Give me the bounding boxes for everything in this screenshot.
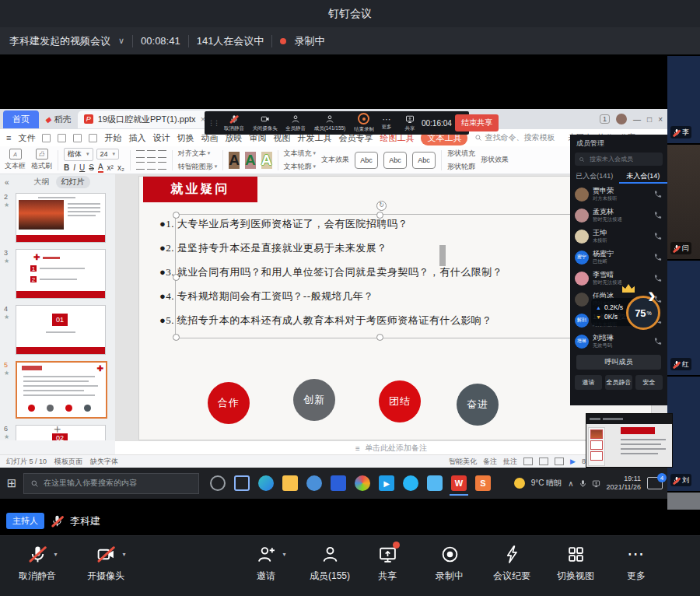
participant-video-tile[interactable]: 红 <box>667 261 700 375</box>
security-button[interactable]: 安全 <box>635 375 663 390</box>
camera-on-button[interactable]: ▾ 开摄像头 <box>75 544 137 583</box>
tab-not-joined[interactable]: 未入会(14) <box>619 169 668 184</box>
app-icon-s[interactable]: S <box>475 475 491 491</box>
invite-button[interactable]: ▾ 邀请 <box>235 544 297 583</box>
more-button[interactable]: ⋯ 更多 <box>605 544 667 583</box>
edge-icon[interactable] <box>258 475 274 491</box>
print-icon[interactable] <box>58 134 66 142</box>
slide-thumb-3[interactable]: 3 ★ ✚ 1 2 <box>16 249 110 299</box>
ribbon-search[interactable]: 查找命令、搜索模板 <box>474 132 555 143</box>
recording-button[interactable]: 录制中 <box>418 544 481 583</box>
slide-bullet-list[interactable]: ●1. 大专毕业后考到医师资格证了，会有医院招聘吗？ ●2. 是坚持专升本还是直… <box>159 217 626 338</box>
tab-joined[interactable]: 已入会(141) <box>570 169 619 184</box>
tray-mic-icon[interactable] <box>579 479 587 488</box>
mute-all-button[interactable]: 全员静音 <box>605 375 632 390</box>
float-members-button[interactable]: 成员(141/155) <box>310 114 350 132</box>
caret-icon[interactable]: ▾ <box>122 551 125 558</box>
text-outline-menu[interactable]: 文本轮廓 ▾ <box>284 162 317 172</box>
chevron-down-icon[interactable]: ∨ <box>118 36 124 46</box>
view-normal-icon[interactable] <box>523 458 533 465</box>
tray-expand-icon[interactable]: ∧ <box>568 479 573 488</box>
template-page-label[interactable]: 模板页面 <box>54 457 82 467</box>
switch-view-button[interactable]: 切换视图 <box>544 544 607 583</box>
format-painter-tool[interactable]: 凸 格式刷 <box>31 149 52 171</box>
menu-file[interactable]: 文件 <box>18 132 35 144</box>
align-buttons[interactable] <box>136 162 166 170</box>
italic-button[interactable]: I <box>73 163 75 172</box>
end-share-button[interactable]: 结束共享 <box>455 114 499 131</box>
slide-thumb-5-selected[interactable]: 5 ★ ✚ <box>16 361 110 419</box>
drag-handle-icon[interactable]: ⋮⋮ <box>208 119 219 127</box>
outline-tab[interactable]: 大纲 <box>34 177 50 188</box>
phone-icon[interactable] <box>653 232 663 240</box>
caret-icon[interactable]: ▾ <box>54 551 57 558</box>
text-effect-menu[interactable]: 文本效果 <box>321 155 349 165</box>
add-slide-button[interactable]: ＋ <box>51 422 63 436</box>
member-search-box[interactable] <box>575 153 663 166</box>
text-style-preset-1[interactable]: Abc <box>355 152 378 169</box>
font-color-button[interactable]: A <box>98 163 103 173</box>
ribbon-tab-insert[interactable]: 插入 <box>128 132 145 144</box>
hamburger-icon[interactable]: ≡ <box>6 133 11 142</box>
wps-docer-tab[interactable]: ◆ 稻壳 <box>39 110 78 128</box>
task-view-icon[interactable] <box>234 475 250 491</box>
float-unmute-button[interactable]: 取消静音 <box>220 114 248 132</box>
unmute-button[interactable]: ▾ 取消静音 <box>6 544 68 583</box>
text-fill-menu[interactable]: 文本填充 ▾ <box>284 149 317 159</box>
underline-button[interactable]: U <box>79 163 85 172</box>
float-camera-button[interactable]: 关闭摄像头 <box>248 114 282 132</box>
save-icon[interactable] <box>42 134 51 142</box>
slide-thumb-2[interactable]: 2 ★ <box>16 193 110 243</box>
smartart-menu[interactable]: 转智能图形 ▾ <box>178 162 218 172</box>
wps-account-avatar[interactable] <box>616 114 627 124</box>
caret-icon[interactable]: ▾ <box>282 551 285 558</box>
view-reading-icon[interactable] <box>555 458 564 465</box>
collapse-panel-icon[interactable]: « <box>5 178 9 187</box>
textbox-tool[interactable]: A 文本框 <box>5 149 26 171</box>
app-icon-qq[interactable] <box>403 475 418 491</box>
wordart-style-2[interactable]: A <box>245 152 256 169</box>
member-row[interactable]: 贾申荣 对方未接听 <box>570 184 667 205</box>
wps-file-tab[interactable]: P 19级口腔就业PPT(1).pptx × <box>78 110 212 128</box>
share-preview-window[interactable] <box>586 413 673 468</box>
app-icon-dingtalk[interactable] <box>331 475 346 491</box>
start-button[interactable]: ⊞ <box>0 476 23 490</box>
subscript-button[interactable]: x₂ <box>117 163 124 172</box>
wps-taskbar-icon[interactable]: W <box>451 475 467 491</box>
wordart-style-1[interactable]: A <box>229 152 240 169</box>
float-more-button[interactable]: ⋯ 更多 <box>378 116 395 131</box>
shape-fill-menu[interactable]: 形状填充 <box>447 149 475 159</box>
note-button[interactable]: 备注 <box>483 457 497 467</box>
weather-label[interactable]: 9°C 晴朗 <box>531 478 562 489</box>
beautify-button[interactable]: 智能美化 <box>449 457 477 467</box>
participant-video-tile[interactable] <box>667 493 700 510</box>
strike-button[interactable]: S <box>89 163 94 172</box>
cortana-icon[interactable] <box>210 475 226 491</box>
ribbon-tab-transition[interactable]: 切换 <box>177 132 194 144</box>
play-slideshow-icon[interactable]: ▶ <box>570 458 576 465</box>
minimize-icon[interactable]: — <box>633 115 641 124</box>
comment-button[interactable]: 批注 <box>503 457 517 467</box>
participant-video-tile[interactable]: 李 <box>667 56 700 143</box>
view-sorter-icon[interactable] <box>539 458 548 465</box>
notification-center-icon[interactable]: 4 <box>647 477 663 489</box>
share-button[interactable]: 共享 <box>356 544 418 583</box>
float-stop-record-button[interactable]: 结束录制 <box>350 113 378 133</box>
align-text-menu[interactable]: 对齐文本 ▾ <box>178 149 211 159</box>
member-row[interactable]: 孟克林 暂时无法接通 <box>570 205 667 226</box>
members-button[interactable]: 成员(155) <box>299 544 361 583</box>
app-icon-player[interactable]: ▶ <box>379 475 394 491</box>
notes-bar[interactable]: ≡ 单击此处添加备注 <box>115 440 667 455</box>
float-share-button[interactable]: 共享 <box>401 114 418 132</box>
phone-icon[interactable] <box>653 253 663 261</box>
slide-thumb-4[interactable]: 4 ★ 01 <box>16 305 110 355</box>
slide-thumb-6[interactable]: 6 ★ 02 <box>16 425 110 440</box>
app-icon-blue[interactable] <box>306 475 322 491</box>
ribbon-tab-design[interactable]: 设计 <box>152 132 170 144</box>
close-icon[interactable]: × <box>658 115 663 124</box>
text-style-preset-2[interactable]: Abc <box>383 152 407 169</box>
panel-expand-arrow-icon[interactable]: › <box>648 282 656 308</box>
maximize-icon[interactable]: □ <box>647 115 652 124</box>
call-members-button[interactable]: 呼叫成员 <box>576 355 661 370</box>
phone-icon[interactable] <box>653 211 663 219</box>
